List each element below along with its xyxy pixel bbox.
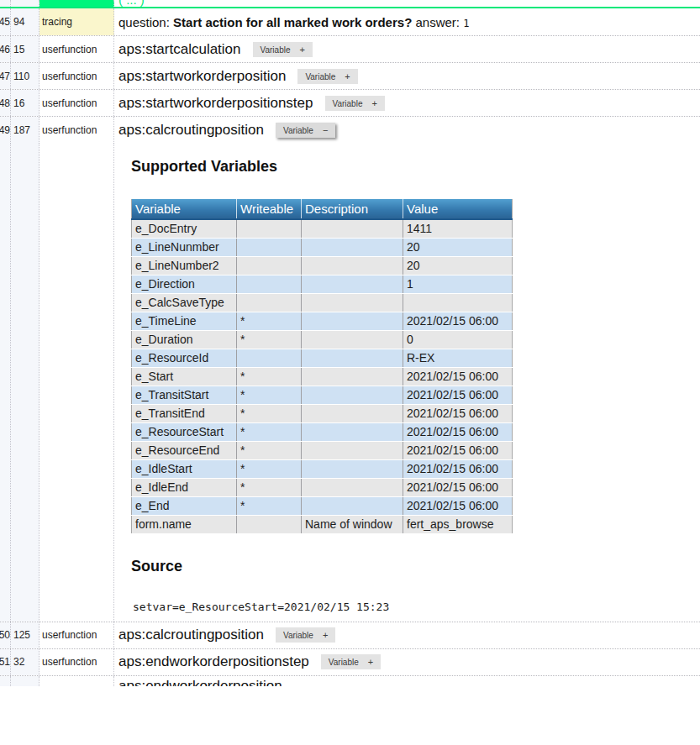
description-cell: Name of window (302, 515, 403, 533)
variables-table-body: e_DocEntry 1411 e_LineNunmber 20 e_LineN… (132, 219, 513, 533)
column-header-value: Value (403, 199, 513, 219)
description-cell (302, 256, 403, 275)
value-cell: 2021/02/15 06:00 (403, 404, 513, 422)
row-message-cell: ( ... ) (114, 0, 700, 7)
row-number: 50 (0, 622, 11, 648)
row-message-cell: aps:endworkorderpositionstep Variable+ (114, 649, 700, 675)
function-name: aps:calcroutingposition (118, 122, 264, 139)
variable-badge-label: Variable (329, 658, 359, 667)
value-cell: 2021/02/15 06:00 (403, 386, 513, 404)
description-cell (302, 330, 403, 349)
description-cell (302, 349, 403, 367)
variable-table-row: e_ResourceId R-EX (132, 349, 513, 367)
column-header-variable: Variable (132, 199, 237, 219)
variable-name-cell: e_TransitStart (132, 386, 237, 404)
writeable-cell: * (237, 496, 302, 515)
variable-name-cell: e_ResourceStart (132, 422, 237, 441)
writeable-cell (237, 219, 302, 238)
value-cell: 20 (403, 256, 513, 275)
log-row-partial-bottom: aps:endworkorderposition (0, 676, 700, 686)
row-category: userfunction (39, 63, 114, 89)
question-label: question: (118, 15, 173, 29)
row-number: 49 (0, 117, 11, 144)
row-duration: 94 (11, 8, 39, 35)
row-number: 45 (0, 8, 11, 35)
writeable-cell (237, 256, 302, 275)
value-cell: 0 (403, 330, 513, 349)
writeable-cell (237, 293, 302, 312)
row-message-cell: question: Start action for all marked wo… (114, 8, 700, 35)
row-duration: 32 (11, 649, 39, 675)
variable-table-row: e_ResourceEnd * 2021/02/15 06:00 (132, 441, 513, 459)
question-text: Start action for all marked work orders? (173, 15, 412, 29)
variable-name-cell: e_Duration (132, 330, 237, 349)
value-cell: 2021/02/15 06:00 (403, 312, 513, 330)
function-name: aps:startcalculation (118, 41, 241, 58)
writeable-cell: * (237, 330, 302, 349)
log-row-userfunction: 51 32 userfunction aps:endworkorderposit… (0, 649, 700, 676)
variable-collapse-button[interactable]: Variable− (276, 123, 335, 138)
description-cell (302, 478, 403, 496)
variable-table-row: e_TimeLine * 2021/02/15 06:00 (132, 312, 513, 330)
variable-table-row: e_IdleStart * 2021/02/15 06:00 (132, 459, 513, 478)
row-number: 48 (0, 90, 11, 116)
variable-table-row: e_CalcSaveType (132, 293, 513, 312)
description-cell (302, 275, 403, 293)
writeable-cell: * (237, 459, 302, 478)
variable-name-cell: form.name (132, 515, 237, 533)
row-duration: 125 (11, 622, 39, 648)
variable-badge-label: Variable (283, 631, 313, 640)
column-header-description: Description (302, 199, 403, 219)
variable-table-row: e_LineNumber2 20 (132, 256, 513, 275)
writeable-cell (237, 515, 302, 533)
row-number-cell (0, 676, 11, 686)
value-cell: 2021/02/15 06:00 (403, 459, 513, 478)
variable-table-row: e_Direction 1 (132, 275, 513, 293)
log-row-partial-top: ( ... ) (0, 0, 700, 8)
variables-panel-row: Supported Variables Variable Writeable D… (0, 144, 700, 622)
plus-icon: + (345, 71, 350, 81)
variable-expand-button[interactable]: Variable+ (297, 69, 357, 84)
source-heading: Source (131, 558, 700, 575)
variable-badge-label: Variable (261, 45, 291, 55)
row-duration: 16 (11, 90, 39, 116)
function-name: aps:endworkorderpositionstep (118, 653, 309, 670)
value-cell: 2021/02/15 06:00 (403, 422, 513, 441)
writeable-cell (237, 238, 302, 256)
variable-name-cell: e_LineNunmber (132, 238, 237, 256)
row-message-cell: aps:endworkorderposition (114, 676, 700, 686)
variable-expand-button[interactable]: Variable+ (321, 654, 381, 669)
function-name-clipped: aps:endworkorderposition (118, 678, 282, 686)
value-cell: fert_aps_browse (403, 515, 513, 533)
row-duration: 110 (11, 63, 39, 89)
description-cell (302, 404, 403, 422)
variable-name-cell: e_Direction (132, 275, 237, 293)
writeable-cell (237, 349, 302, 367)
row-number: 46 (0, 36, 11, 62)
row-duration: 187 (11, 117, 39, 144)
row-message-cell: aps:startcalculation Variable+ (114, 36, 700, 62)
log-row-userfunction-expanded: 49 187 userfunction aps:calcroutingposit… (0, 117, 700, 144)
plus-icon: + (371, 98, 376, 108)
variable-expand-button[interactable]: Variable+ (276, 627, 335, 643)
plus-icon: + (368, 657, 373, 667)
variable-table-row: e_Start * 2021/02/15 06:00 (132, 367, 513, 386)
variable-table-row: e_Duration * 0 (132, 330, 513, 349)
row-number-cell (0, 144, 11, 622)
value-cell: 2021/02/15 06:00 (403, 478, 513, 496)
value-cell: 1 (403, 275, 513, 293)
description-cell (302, 312, 403, 330)
row-category: userfunction (39, 649, 114, 675)
variable-expand-button[interactable]: Variable+ (253, 42, 313, 57)
writeable-cell: * (237, 441, 302, 459)
variable-badge-label: Variable (283, 126, 313, 135)
log-row-userfunction: 46 15 userfunction aps:startcalculation … (0, 36, 700, 63)
writeable-cell: * (237, 367, 302, 386)
description-cell (302, 422, 403, 441)
row-duration-cell (11, 676, 39, 686)
description-cell (302, 238, 403, 256)
variable-expand-button[interactable]: Variable+ (325, 96, 385, 111)
variable-table-row: form.name Name of window fert_aps_browse (132, 515, 513, 533)
value-cell: 2021/02/15 06:00 (403, 496, 513, 515)
variable-name-cell: e_LineNumber2 (132, 256, 237, 275)
